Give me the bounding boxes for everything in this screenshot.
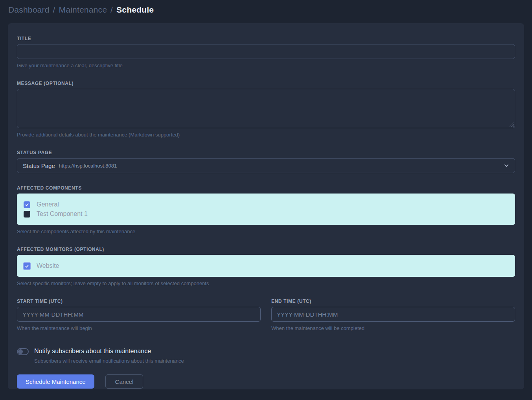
time-fields-row: START TIME (UTC) When the maintenance wi… <box>17 299 515 331</box>
cancel-button[interactable]: Cancel <box>105 374 144 389</box>
breadcrumb-separator: / <box>53 5 55 15</box>
component-option-label: Test Component 1 <box>37 210 88 218</box>
message-field-group: MESSAGE (OPTIONAL) Provide additional de… <box>17 81 515 138</box>
checkbox-icon[interactable] <box>24 201 30 208</box>
components-helper: Select the components affected by this m… <box>17 229 515 234</box>
end-time-label: END TIME (UTC) <box>271 299 515 304</box>
breadcrumb-link-dashboard[interactable]: Dashboard <box>8 5 50 15</box>
monitors-field-group: AFFECTED MONITORS (OPTIONAL) Website Sel… <box>17 247 515 286</box>
message-textarea-wrap <box>17 89 515 128</box>
start-time-label: START TIME (UTC) <box>17 299 261 304</box>
message-label: MESSAGE (OPTIONAL) <box>17 81 515 86</box>
notify-toggle-group: Notify subscribers about this maintenanc… <box>17 348 515 364</box>
monitor-option-label: Website <box>37 262 59 269</box>
status-page-select[interactable]: Status Page https://hsp.localhost:8081 <box>17 158 515 173</box>
schedule-maintenance-button[interactable]: Schedule Maintenance <box>17 374 94 389</box>
start-time-input[interactable] <box>17 307 261 322</box>
status-page-selected-name: Status Page <box>23 162 55 169</box>
notify-subscribers-toggle[interactable] <box>17 348 29 355</box>
title-field-group: TITLE Give your maintenance a clear, des… <box>17 36 515 68</box>
component-option-general[interactable]: General <box>24 200 508 209</box>
breadcrumb-separator: / <box>110 5 113 15</box>
component-option-test-component-1[interactable]: Test Component 1 <box>24 209 508 219</box>
components-field-group: AFFECTED COMPONENTS General Test Compone… <box>17 185 515 234</box>
components-label: AFFECTED COMPONENTS <box>17 185 515 191</box>
end-time-helper: When the maintenance will be completed <box>271 325 515 331</box>
status-page-label: STATUS PAGE <box>17 150 515 155</box>
form-actions: Schedule Maintenance Cancel <box>17 374 515 389</box>
status-page-field-group: STATUS PAGE Status Page https://hsp.loca… <box>17 150 515 173</box>
monitors-label: AFFECTED MONITORS (OPTIONAL) <box>17 247 515 252</box>
component-option-label: General <box>37 201 59 208</box>
notify-toggle-label: Notify subscribers about this maintenanc… <box>34 348 184 355</box>
main-content: TITLE Give your maintenance a clear, des… <box>0 23 532 389</box>
top-bar: Dashboard / Maintenance / Schedule <box>0 0 532 20</box>
start-time-field-group: START TIME (UTC) When the maintenance wi… <box>17 299 261 331</box>
checkbox-icon[interactable] <box>24 263 30 269</box>
message-textarea[interactable] <box>17 89 515 128</box>
title-label: TITLE <box>17 36 515 41</box>
monitors-helper: Select specific monitors; leave empty to… <box>17 280 515 286</box>
checkbox-icon[interactable] <box>24 211 30 218</box>
components-list-box: General Test Component 1 <box>17 194 515 225</box>
end-time-field-group: END TIME (UTC) When the maintenance will… <box>271 299 515 331</box>
chevron-down-icon <box>504 163 509 168</box>
title-helper: Give your maintenance a clear, descripti… <box>17 63 515 68</box>
monitor-option-website[interactable]: Website <box>24 261 508 271</box>
schedule-maintenance-form: TITLE Give your maintenance a clear, des… <box>8 23 524 389</box>
breadcrumb-link-maintenance[interactable]: Maintenance <box>59 5 107 15</box>
notify-toggle-helper: Subscribers will receive email notificat… <box>34 358 184 364</box>
toggle-knob-icon <box>18 349 23 354</box>
breadcrumb-current-page: Schedule <box>116 5 154 15</box>
breadcrumb: Dashboard / Maintenance / Schedule <box>8 5 524 15</box>
start-time-helper: When the maintenance will begin <box>17 325 261 331</box>
status-page-selected-url: https://hsp.localhost:8081 <box>59 163 117 169</box>
monitors-list-box: Website <box>17 255 515 277</box>
title-input[interactable] <box>17 44 515 59</box>
message-helper: Provide additional details about the mai… <box>17 132 515 138</box>
end-time-input[interactable] <box>271 307 515 322</box>
